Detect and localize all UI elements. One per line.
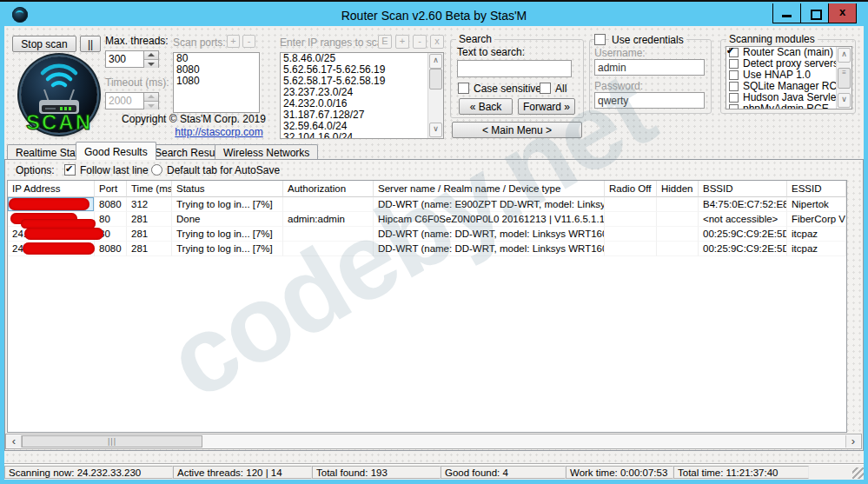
cell-time[interactable]: 281: [127, 212, 172, 227]
col-server-name[interactable]: Server name / Realm name / Device type: [374, 181, 605, 197]
col-port[interactable]: Port: [95, 181, 127, 197]
ip-edit-button[interactable]: E: [378, 35, 392, 49]
modules-listbox[interactable]: Router Scan (main) Detect proxy servers …: [726, 46, 852, 109]
stop-scan-button[interactable]: Stop scan: [12, 36, 76, 52]
cell-radio-off[interactable]: [605, 242, 657, 256]
col-radio-off[interactable]: Radio Off: [605, 181, 657, 197]
cell-server[interactable]: Hipcam C6F0SeZ0N0P0L0 20161213 | V11.6.5…: [374, 212, 605, 227]
scrollbar-thumb[interactable]: |||: [22, 435, 202, 448]
cell-port[interactable]: 80: [95, 212, 127, 227]
main-menu-button[interactable]: < Main Menu >: [452, 122, 582, 138]
website-link[interactable]: http://stascorp.com: [171, 126, 267, 138]
search-forward-button[interactable]: Forward »: [518, 98, 575, 115]
results-table[interactable]: IP Address Port Time (ms) Status Authori…: [7, 180, 847, 433]
spin-up-icon[interactable]: [148, 53, 155, 56]
cell-status[interactable]: Trying to log in... [7%]: [172, 242, 283, 256]
col-status[interactable]: Status: [172, 181, 283, 197]
scrollbar-thumb[interactable]: ≡: [838, 68, 851, 89]
cell-auth[interactable]: [283, 197, 374, 212]
cell-auth[interactable]: [283, 242, 374, 256]
close-button[interactable]: x: [828, 3, 856, 23]
horizontal-scrollbar[interactable]: ‹ ||| ›: [5, 434, 862, 449]
username-field[interactable]: [594, 59, 705, 76]
cell-server[interactable]: DD-WRT (name: DD-WRT, model: Linksys WRT…: [374, 242, 605, 256]
cell-essid[interactable]: Nipertok: [787, 197, 846, 212]
port-item[interactable]: 1080: [174, 76, 259, 87]
all-checkbox[interactable]: [540, 83, 551, 94]
cell-essid[interactable]: itcpaz: [787, 227, 846, 242]
scroll-up-icon[interactable]: ∧: [429, 54, 442, 69]
cell-time[interactable]: 281: [127, 242, 172, 256]
port-add-button[interactable]: +: [227, 35, 240, 48]
cell-time[interactable]: 281: [127, 227, 172, 242]
ip-add-button[interactable]: +: [395, 35, 409, 49]
cell-status[interactable]: Trying to log in... [7%]: [172, 227, 283, 242]
port-remove-button[interactable]: -: [242, 35, 255, 48]
use-credentials-checkbox[interactable]: [594, 34, 606, 45]
default-tab-radio[interactable]: [151, 164, 162, 176]
col-time[interactable]: Time (ms): [127, 181, 172, 197]
module-checkbox[interactable]: [729, 93, 739, 103]
module-checkbox[interactable]: [729, 59, 739, 69]
title-bar[interactable]: Router Scan v2.60 Beta by Stas'M x: [0, 3, 868, 26]
scroll-down-icon[interactable]: ∨: [429, 123, 442, 137]
maximize-button[interactable]: [800, 3, 828, 23]
module-checkbox[interactable]: [729, 70, 739, 80]
case-sensitive-checkbox[interactable]: [458, 83, 469, 94]
ip-remove-button[interactable]: -: [413, 35, 427, 49]
modules-scrollbar[interactable]: ∧ ≡ ∨: [836, 47, 851, 109]
cell-radio-off[interactable]: [605, 212, 657, 227]
col-ip-address[interactable]: IP Address: [8, 181, 95, 197]
scroll-up-icon[interactable]: ∧: [838, 48, 851, 63]
col-bssid[interactable]: BSSID: [699, 181, 787, 197]
table-row[interactable]: 8080 312 Trying to log in... [7%] DD-WRT…: [8, 197, 846, 212]
cell-radio-off[interactable]: [605, 197, 657, 212]
table-row[interactable]: 80 281 Done admin:admin Hipcam C6F0SeZ0N…: [8, 212, 846, 227]
search-back-button[interactable]: « Back: [459, 98, 513, 115]
resize-grip[interactable]: [852, 467, 864, 479]
max-threads-stepper[interactable]: 300: [105, 50, 159, 68]
cell-status[interactable]: Done: [172, 212, 283, 227]
table-row[interactable]: 24.2 8080 281 Trying to log in... [7%] D…: [8, 242, 846, 256]
scroll-right-icon[interactable]: ›: [845, 435, 860, 448]
cell-server[interactable]: DD-WRT (name: E900ZPT DD-WRT, model: Lin…: [374, 197, 605, 212]
cell-hidden[interactable]: [657, 197, 699, 212]
col-hidden[interactable]: Hidden: [657, 181, 699, 197]
ip-ranges-listbox[interactable]: 5.8.46.0/25 5.62.56.17-5.62.56.19 5.62.5…: [280, 52, 444, 139]
ip-range-item[interactable]: 32.104.16.0/24: [281, 132, 443, 139]
ip-clear-button[interactable]: x: [430, 35, 444, 49]
cell-time[interactable]: 312: [127, 197, 172, 212]
cell-bssid[interactable]: 00:25:9C:C9:2E:5D: [699, 227, 787, 242]
tab-wireless-networks[interactable]: Wireless Networks: [215, 144, 318, 160]
cell-port[interactable]: 8080: [95, 197, 127, 212]
ip-list-scrollbar[interactable]: ∧ ∨: [427, 53, 443, 138]
col-essid[interactable]: ESSID: [787, 181, 846, 197]
cell-bssid[interactable]: B4:75:0E:C7:52:E8: [699, 197, 787, 212]
follow-last-line-checkbox[interactable]: [64, 164, 76, 176]
cell-essid[interactable]: FiberCorp V: [787, 212, 846, 227]
module-checkbox[interactable]: [729, 82, 739, 91]
cell-auth[interactable]: admin:admin: [283, 212, 374, 227]
table-row[interactable]: 24.2 80 281 Trying to log in... [7%] DD-…: [8, 227, 846, 242]
cell-bssid[interactable]: 00:25:9C:C9:2E:5D: [699, 242, 787, 256]
spin-down-icon[interactable]: [148, 63, 155, 66]
table-header[interactable]: IP Address Port Time (ms) Status Authori…: [8, 181, 846, 197]
module-checkbox[interactable]: [729, 104, 739, 109]
cell-auth[interactable]: [283, 227, 374, 242]
col-authorization[interactable]: Authorization: [283, 181, 374, 197]
cell-essid[interactable]: itcpaz: [787, 242, 846, 256]
cell-hidden[interactable]: [657, 212, 699, 227]
cell-status[interactable]: Trying to log in... [7%]: [172, 197, 283, 212]
cell-hidden[interactable]: [657, 242, 699, 256]
scroll-left-icon[interactable]: ‹: [7, 435, 22, 448]
tab-good-results[interactable]: Good Results: [76, 142, 156, 160]
module-item[interactable]: phpMyAdmin RCE: [726, 103, 851, 109]
search-input[interactable]: [457, 60, 572, 77]
minimize-button[interactable]: [773, 3, 800, 23]
scroll-down-icon[interactable]: ∨: [838, 93, 851, 108]
pause-button[interactable]: ||: [80, 36, 101, 52]
password-field[interactable]: [594, 92, 705, 109]
cell-server[interactable]: DD-WRT (name: DD-WRT, model: Linksys WRT…: [374, 227, 605, 242]
timeout-stepper[interactable]: 2000: [105, 92, 159, 109]
cell-hidden[interactable]: [657, 227, 699, 242]
